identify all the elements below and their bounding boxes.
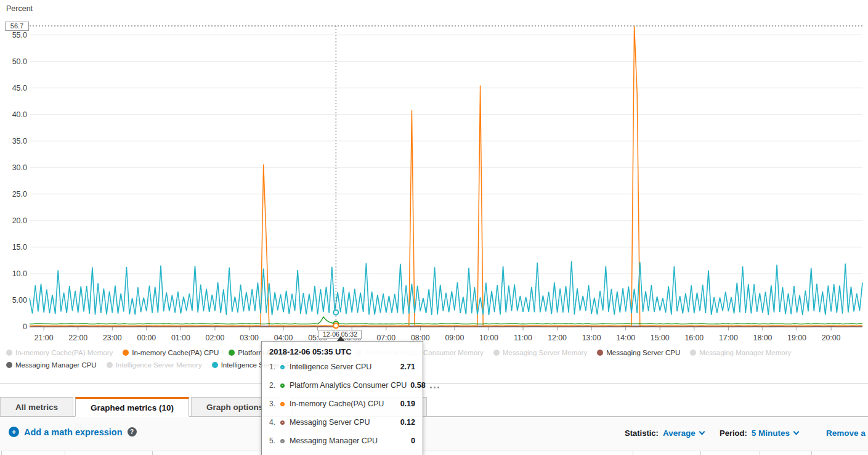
tooltip-row: 1.Intelligence Server CPU2.71 [269,358,415,376]
x-tick-label: 00:00 [137,334,156,342]
tooltip-series-value: 2.71 [400,363,415,371]
x-tick-label: 14:00 [616,334,635,342]
y-tick-label: 5.00 [12,296,27,305]
x-axis: 21:0022:0023:0000:0001:0002:0003:0004:00… [34,327,841,342]
cursor-marker [333,323,338,328]
tooltip-rank: 1. [269,363,280,371]
tooltip-row: 2.Platform Analytics Consumer CPU0.58 [269,376,415,395]
graphed-metrics-toolbar: + Add a math expression ? Statistic: Ave… [0,417,868,451]
y-tick-label: 20.0 [12,216,27,225]
y-tick-label: 0 [23,322,27,331]
period-dropdown[interactable]: 5 Minutes [752,428,798,438]
tooltip-rank: 5. [269,437,280,445]
panel-divider [0,383,868,384]
legend-color-dot [107,362,113,368]
tooltip-series-label: Intelligence Server CPU [290,363,397,371]
legend-item-label: In-memory Cache(PA) CPU [132,349,219,356]
statistic-group: Statistic: Average [625,428,704,438]
legend-item[interactable]: In-memory Cache(PA) CPU [123,349,219,356]
tab-all-metrics[interactable]: All metrics [0,397,73,416]
remove-all-link[interactable]: Remove a [826,428,866,438]
series-ring-icon [280,420,285,425]
statistic-label: Statistic: [625,428,659,438]
legend-item-label: Messaging Manager CPU [15,361,97,369]
x-tick-label: 12:00 [548,334,567,342]
plus-circle-icon: + [9,427,19,437]
series-in-memory-cache-pa-cpu [30,26,862,326]
legend-item[interactable]: Messaging Server Memory [493,349,587,356]
tooltip-series-label: Messaging Server CPU [290,418,397,427]
legend-item[interactable]: Messaging Server CPU [597,349,680,356]
x-tick-label: 19:00 [787,334,806,342]
y-tick-label: 40.0 [12,110,27,119]
legend-item[interactable]: Messaging Manager CPU [6,361,97,369]
cloudwatch-metrics-panel: Percent 56.7 05.0010.015.020.025.030.035… [0,0,868,455]
cursor-marker [333,310,338,315]
y-tick-label: 55.0 [12,31,27,39]
period-value: 5 Minutes [752,428,790,438]
x-tick-label: 13:00 [582,334,601,342]
metrics-tabs: All metrics Graphed metrics (10) Graph o… [0,398,868,417]
legend-item[interactable]: In-memory Cache(PA) Memory [6,349,113,356]
legend-color-dot [6,350,12,356]
period-group: Period: 5 Minutes [720,428,798,438]
series-intelligence-server-cpu [30,261,862,315]
tooltip-series-value: 0 [411,437,415,445]
resize-handle[interactable] [424,385,445,390]
tab-graphed-metrics[interactable]: Graphed metrics (10) [75,397,189,417]
tooltip-row: 3.In-memory Cache(PA) CPU0.19 [269,395,415,413]
add-math-expression-link[interactable]: + Add a math expression ? [9,427,137,437]
statistic-value: Average [663,428,696,438]
y-tick-label: 35.0 [12,137,27,146]
y-tick-label: 15.0 [12,243,27,252]
tooltip-rank: 2. [269,381,280,390]
help-icon[interactable]: ? [128,427,137,437]
legend-color-dot [123,350,129,356]
y-tick-label: 10.0 [12,269,27,278]
period-label: Period: [720,428,747,438]
tooltip-row: 4.Messaging Server CPU0.12 [269,413,415,432]
tooltip-rank: 3. [269,400,280,408]
x-tick-label: 10:00 [479,334,498,342]
tooltip-timestamp: 2018-12-06 05:35 UTC [269,347,415,356]
x-tick-label: 17:00 [719,334,738,342]
chart-hover-tooltip: 2018-12-06 05:35 UTC 1.Intelligence Serv… [261,341,423,455]
legend-item-label: Messaging Server CPU [606,349,680,356]
tooltip-series-label: Platform Analytics Consumer CPU [290,381,407,390]
metrics-chart[interactable]: 05.0010.015.020.025.030.035.040.045.050.… [0,0,868,383]
x-tick-label: 03:00 [240,334,259,342]
y-tick-label: 50.0 [12,57,27,66]
legend-color-dot [6,362,12,368]
cursor-caret-icon [337,336,344,341]
x-tick-label: 02:00 [206,334,225,342]
series-ring-icon [280,439,285,443]
legend-item-label: Messaging Server Memory [503,349,587,356]
statistic-dropdown[interactable]: Average [663,428,704,438]
x-tick-label: 21:00 [34,334,54,342]
y-tick-label: 25.0 [12,190,27,199]
y-tick-label: 45.0 [12,84,27,92]
tooltip-series-value: 0.19 [400,400,415,408]
legend-item-label: Intelligence Server Memory [116,361,202,369]
chevron-down-icon [793,429,800,435]
tooltip-series-value: 0.12 [400,418,415,427]
x-tick-label: 01:00 [171,334,190,342]
tooltip-series-value: 0.58 [410,381,425,390]
series-ring-icon [280,402,285,406]
tooltip-series-label: In-memory Cache(PA) CPU [290,400,397,408]
x-tick-label: 09:00 [445,334,464,342]
legend-item[interactable]: Messaging Manager Memory [690,349,791,356]
legend-item[interactable]: Intelligence Server Memory [107,361,202,369]
x-tick-label: 23:00 [103,334,122,342]
x-tick-label: 16:00 [684,334,704,342]
x-tick-label: 15:00 [651,334,670,342]
series-platform-analytics-consumer-cpu [30,317,862,324]
legend-color-dot [212,362,218,368]
x-tick-label: 22:00 [68,334,87,342]
legend-color-dot [690,350,696,356]
chevron-down-icon [699,429,705,435]
tooltip-series-label: Messaging Manager CPU [290,437,407,445]
legend-color-dot [597,350,603,356]
legend-color-dot [493,350,500,356]
y-gridlines: 05.0010.015.020.025.030.035.040.045.050.… [12,31,862,331]
